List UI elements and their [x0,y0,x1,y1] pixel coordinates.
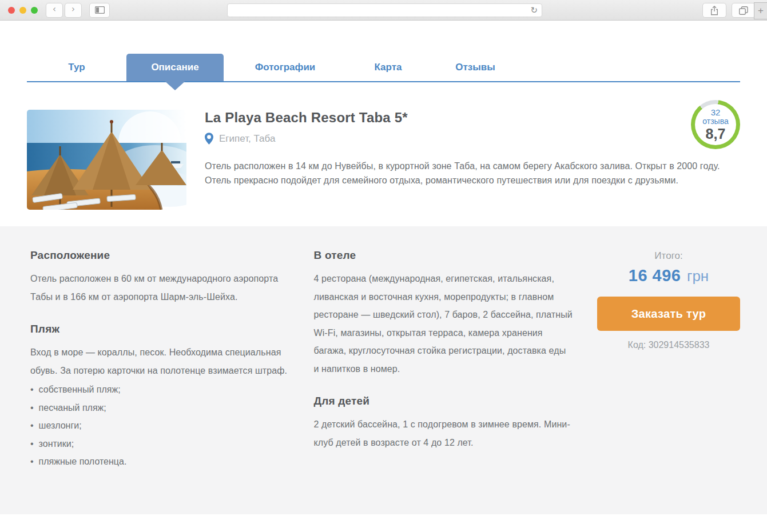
hotel-location-row: Египет, Таба [205,133,740,145]
in-hotel-block: В отеле 4 ресторана (международная, егип… [314,249,574,378]
tab-reviews[interactable]: Отзывы [430,54,521,81]
active-tab-pointer [164,81,186,90]
rating-score: 8,7 [706,126,726,141]
minimize-window-button[interactable] [19,7,26,14]
tab-label: Карта [375,62,402,73]
section-heading: Пляж [30,323,290,335]
page-tabs: Тур Описание Фотографии Карта Отзывы [27,21,740,82]
reviews-word: отзыва [702,117,728,126]
location-block: Расположение Отель расположен в 60 км от… [30,249,290,306]
children-block: Для детей 2 детский бассейна, 1 с подогр… [314,395,574,451]
plus-icon: + [758,5,764,17]
tab-description[interactable]: Описание [126,54,224,81]
column-middle: В отеле 4 ресторана (международная, егип… [314,249,574,514]
beach-feature-list: собственный пляж; песчаный пляж; шезлонг… [30,381,290,471]
close-window-button[interactable] [8,7,15,14]
tab-label: Тур [68,62,85,73]
list-item: шезлонги; [30,417,290,435]
zoom-window-button[interactable] [31,7,38,14]
share-button[interactable] [702,3,726,18]
reviews-count: 32 [711,108,721,117]
order-column: Итого: 16 496 грн Заказать тур Код: 3029… [597,249,740,514]
hotel-header: La Playa Beach Resort Taba 5* Египет, Та… [27,110,740,210]
tabs-icon [739,6,748,15]
hotel-info: La Playa Beach Resort Taba 5* Египет, Та… [205,110,740,210]
share-icon [710,6,718,15]
tab-photos[interactable]: Фотографии [224,54,347,81]
list-item: песчаный пляж; [30,399,290,417]
back-button[interactable]: ‹ [46,3,63,18]
hotel-description: Отель расположен в 14 км до Нувейбы, в к… [205,159,737,188]
bottom-spacer [0,514,767,532]
hotel-photo[interactable] [27,110,186,210]
rating-badge: 32 отзыва 8,7 [695,104,736,145]
section-heading: В отеле [314,249,574,262]
list-item: зонтики; [30,435,290,453]
new-tab-button[interactable]: + [754,2,767,19]
address-bar[interactable]: ↻ [227,3,542,17]
details-section: Расположение Отель расположен в 60 км от… [0,226,767,514]
total-label: Итого: [597,250,740,262]
window-controls [8,7,38,14]
tab-tour[interactable]: Тур [27,54,126,81]
reload-icon[interactable]: ↻ [530,5,538,15]
section-heading: Для детей [314,395,574,407]
price-row: 16 496 грн [597,266,740,285]
section-text: Вход в море — кораллы, песок. Необходима… [30,343,290,379]
section-text: Отель расположен в 60 км от международно… [30,270,290,306]
section-heading: Расположение [30,249,290,262]
chevron-right-icon: › [71,5,75,14]
hotel-title: La Playa Beach Resort Taba 5* [205,110,740,126]
list-item: собственный пляж; [30,381,290,399]
section-text: 4 ресторана (международная, египетская, … [314,270,574,378]
tour-code: Код: 302914535833 [597,340,740,350]
tab-label: Отзывы [455,62,495,73]
sidebar-icon [95,6,105,14]
browser-toolbar: ‹ › ↻ + [0,0,767,21]
section-text: 2 детский бассейна, 1 с подогревом в зим… [314,415,574,451]
tab-label: Описание [151,62,198,73]
tab-label: Фотографии [255,62,316,73]
forward-button[interactable]: › [65,3,82,18]
column-left: Расположение Отель расположен в 60 км от… [30,249,290,514]
sidebar-toggle-button[interactable] [89,3,110,18]
chevron-left-icon: ‹ [53,5,56,14]
beach-photo-illustration [27,110,186,210]
tab-overview-button[interactable] [732,3,756,18]
rating-ring: 32 отзыва 8,7 [691,100,740,149]
order-tour-button[interactable]: Заказать тур [597,297,740,331]
price-value: 16 496 [629,266,681,285]
location-pin-icon [205,133,213,145]
price-currency: грн [687,267,709,285]
tab-map[interactable]: Карта [347,54,430,81]
list-item: пляжные полотенца. [30,453,290,471]
beach-block: Пляж Вход в море — кораллы, песок. Необх… [30,323,290,471]
hotel-location: Египет, Таба [219,133,275,145]
